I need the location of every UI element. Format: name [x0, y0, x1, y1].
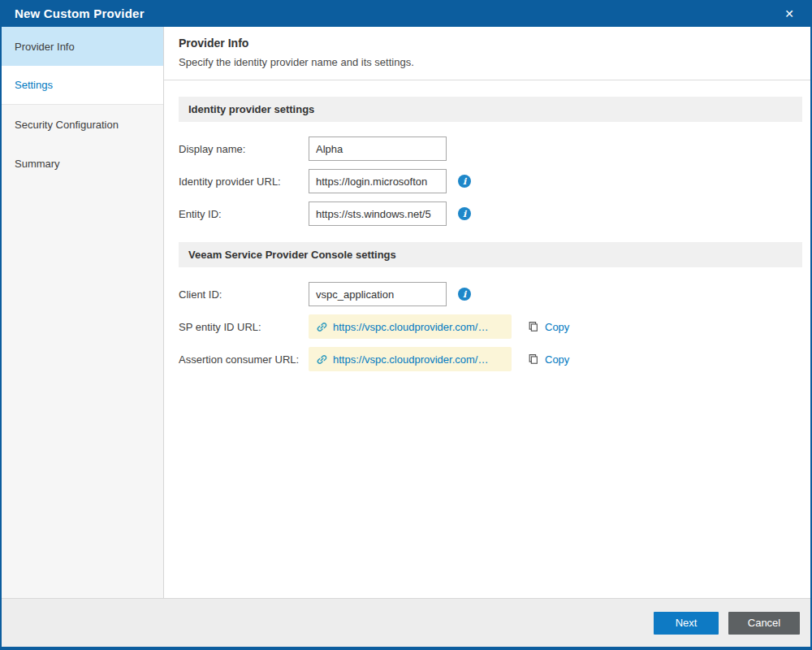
- client-id-label: Client ID:: [179, 288, 309, 301]
- info-icon[interactable]: i: [458, 207, 471, 220]
- entity-id-row: Entity ID: i: [179, 202, 802, 226]
- display-name-label: Display name:: [179, 143, 309, 155]
- content-body: Identity provider settings Display name:…: [164, 80, 810, 598]
- link-icon: [316, 321, 328, 333]
- copy-icon: [528, 321, 540, 332]
- info-icon[interactable]: i: [458, 175, 471, 188]
- dialog-footer: Next Cancel: [2, 598, 810, 647]
- content-header: Provider Info Specify the identity provi…: [164, 27, 810, 80]
- step-provider-info[interactable]: Provider Info: [2, 27, 163, 66]
- copy-label: Copy: [545, 353, 569, 366]
- step-label: Settings: [15, 79, 53, 91]
- dialog-body: Provider Info Settings Security Configur…: [2, 27, 810, 598]
- assertion-consumer-url-field: https://vspc.cloudprovider.com/…: [309, 347, 512, 371]
- wizard-content: Provider Info Specify the identity provi…: [164, 27, 810, 598]
- copy-icon: [528, 353, 540, 365]
- dialog-titlebar: New Custom Provider ✕: [2, 0, 810, 27]
- client-id-input[interactable]: [309, 282, 447, 306]
- assertion-consumer-url-row: Assertion consumer URL: https:: [179, 347, 802, 371]
- section-vspc-settings: Veeam Service Provider Console settings: [179, 242, 802, 267]
- copy-label: Copy: [545, 321, 569, 333]
- assertion-consumer-copy[interactable]: Copy: [528, 353, 569, 366]
- assertion-consumer-url-link[interactable]: https://vspc.cloudprovider.com/…: [333, 353, 488, 366]
- entity-id-label: Entity ID:: [179, 208, 309, 220]
- info-icon[interactable]: i: [458, 288, 471, 301]
- sp-entity-id-url-link[interactable]: https://vspc.cloudprovider.com/…: [333, 321, 488, 333]
- step-label: Security Configuration: [15, 119, 119, 131]
- client-id-row: Client ID: i: [179, 282, 802, 306]
- step-settings[interactable]: Settings: [2, 66, 163, 105]
- step-security-configuration: Security Configuration: [2, 105, 163, 144]
- step-summary: Summary: [2, 144, 163, 183]
- assertion-consumer-url-label: Assertion consumer URL:: [179, 353, 309, 366]
- sp-entity-id-url-label: SP entity ID URL:: [179, 321, 309, 333]
- dialog-title: New Custom Provider: [15, 6, 145, 20]
- identity-provider-url-input[interactable]: [309, 169, 447, 193]
- sp-entity-id-url-row: SP entity ID URL: https://vspc: [179, 314, 802, 339]
- display-name-row: Display name:: [179, 136, 802, 161]
- wizard-steps-sidebar: Provider Info Settings Security Configur…: [2, 27, 164, 598]
- display-name-input[interactable]: [309, 136, 447, 161]
- section-identity-provider-settings: Identity provider settings: [179, 97, 802, 122]
- link-icon: [316, 353, 328, 366]
- entity-id-input[interactable]: [309, 202, 447, 226]
- step-label: Summary: [15, 158, 60, 170]
- identity-provider-url-label: Identity provider URL:: [179, 176, 309, 188]
- page-title: Provider Info: [179, 37, 794, 50]
- next-button[interactable]: Next: [654, 612, 719, 635]
- cancel-button[interactable]: Cancel: [728, 612, 800, 635]
- identity-provider-url-row: Identity provider URL: i: [179, 169, 802, 193]
- sp-entity-id-url-field: https://vspc.cloudprovider.com/…: [309, 314, 512, 339]
- sp-entity-id-copy[interactable]: Copy: [528, 321, 569, 333]
- page-subtitle: Specify the identity provider name and i…: [179, 56, 794, 68]
- new-custom-provider-dialog: New Custom Provider ✕ Provider Info Sett…: [0, 0, 812, 650]
- step-label: Provider Info: [15, 41, 75, 53]
- close-icon[interactable]: ✕: [781, 6, 797, 21]
